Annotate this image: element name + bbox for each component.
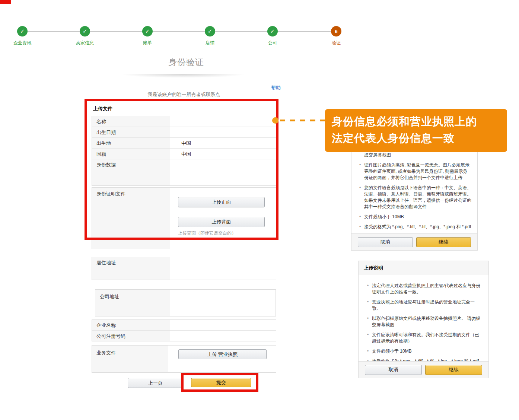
identity-data-value[interactable] xyxy=(170,159,276,185)
nationality-value[interactable]: 中国 xyxy=(170,149,276,159)
cancel-button[interactable]: 取消 xyxy=(365,365,422,375)
list-item: 营业执照上的地址应与注册时提供的营业地址完全一致。 xyxy=(372,299,483,312)
check-icon: ✓ xyxy=(80,26,90,36)
company-info-table: 企业名称 公司注册号码 xyxy=(92,319,276,341)
residence-address-table: 居住地址 xyxy=(92,257,276,280)
identity-doc-table: 身份证明文件 上传正面 上传背面 上传背面（即使它是空白的） xyxy=(92,187,276,249)
row-label: 出生日期 xyxy=(92,127,170,137)
continue-button[interactable]: 继续 xyxy=(416,237,471,247)
table-row-company-name: 企业名称 xyxy=(92,320,276,331)
owner-statement: 我是该账户的唯一所有者或联系点 xyxy=(92,91,276,98)
panel-top-shadow xyxy=(100,74,266,79)
upload-front-button[interactable]: 上传正面 xyxy=(178,197,265,207)
step-company-info[interactable]: ✓ 企业资讯 xyxy=(0,26,48,46)
corner-annotation-mark xyxy=(0,0,11,4)
list-item: 接受的格式为 *.png、*.tiff、*.tif、*.jpg、*.jpeg 和… xyxy=(364,224,471,230)
step-label: 卖家信息 xyxy=(59,40,111,46)
company-name-value[interactable] xyxy=(170,320,276,330)
upload-back-note: 上传背面（即使它是空白的） xyxy=(178,230,236,236)
check-icon: ✓ xyxy=(17,26,28,36)
help-link[interactable]: 帮助 xyxy=(271,85,281,91)
residence-value[interactable] xyxy=(170,257,276,280)
row-label: 出生地 xyxy=(92,138,170,148)
step-label: 企业资讯 xyxy=(0,40,48,46)
upload-business-license-button[interactable]: 上传 营业执照 xyxy=(178,349,267,359)
row-label: 身份数据 xyxy=(92,159,170,185)
birthplace-value[interactable]: 中国 xyxy=(170,138,276,148)
business-doc-table: 业务文件 上传 营业执照 xyxy=(92,345,276,373)
step-label: 店铺 xyxy=(184,40,236,46)
table-row-company-address: 公司地址 xyxy=(95,290,276,316)
list-item: 以彩色扫描原始文档或使用移动设备拍摄照片。 请勿提交屏幕截图 xyxy=(372,315,483,328)
callout-line1: 身份信息必须和营业执照上的 xyxy=(332,113,507,130)
doc-requirements-list: 以彩色扫描原始文档或使用移动设备拍摄照片， 请勿提交屏幕截图 证件图片必须为高清… xyxy=(364,146,471,230)
upload-instructions-list: 法定代理人姓名或营业执照上的主管/代表姓名应与身份证明文件上的姓名一致。 营业执… xyxy=(372,283,483,365)
identity-doc-label: 身份证明文件 xyxy=(96,191,125,197)
birthdate-value[interactable] xyxy=(170,127,276,137)
table-row-nationality: 国籍 中国 xyxy=(92,149,276,159)
table-row-residence: 居住地址 xyxy=(92,257,276,280)
step-billing[interactable]: ✓ 账单 xyxy=(121,26,173,46)
step-seller-info[interactable]: ✓ 卖家信息 xyxy=(59,26,111,46)
company-reg-value[interactable] xyxy=(170,331,276,341)
table-row-birthdate: 出生日期 xyxy=(92,127,276,138)
company-address-table: 公司地址 xyxy=(95,289,276,316)
callout-line2: 法定代表人身份信息一致 xyxy=(332,130,507,147)
callout-dashed-connector xyxy=(280,120,325,121)
step-verification[interactable]: 6 验证 xyxy=(310,26,362,46)
step-number-badge: 6 xyxy=(331,26,341,36)
list-item: 法定代理人姓名或营业执照上的主管/代表姓名应与身份证明文件上的姓名一致。 xyxy=(372,283,483,295)
table-row-identity-data: 身份数据 xyxy=(92,159,276,185)
check-icon: ✓ xyxy=(267,26,278,36)
row-label: 名称 xyxy=(92,116,170,127)
step-label: 公司 xyxy=(246,40,299,46)
previous-page-button[interactable]: 上一页 xyxy=(128,378,183,388)
check-icon: ✓ xyxy=(205,26,215,36)
table-row-birthplace: 出生地 中国 xyxy=(92,138,276,149)
row-label: 公司地址 xyxy=(95,290,170,316)
cancel-button[interactable]: 取消 xyxy=(358,237,413,247)
row-label: 企业名称 xyxy=(92,320,170,330)
callout-anchor-dot xyxy=(272,117,278,124)
step-label: 账单 xyxy=(121,40,173,46)
row-label: 公司注册号码 xyxy=(92,331,170,341)
list-item: 文件应该清晰可读和有效。我们不接受过期的文件（已超过标示的有效期） xyxy=(372,332,483,344)
panel-footer: 取消 继续 xyxy=(351,233,477,250)
identity-match-callout: 身份信息必须和营业执照上的 法定代表人身份信息一致 xyxy=(325,109,507,152)
submit-button[interactable]: 提交 xyxy=(191,378,251,387)
upload-files-header: 上传文件 xyxy=(93,105,112,112)
business-doc-label: 业务文件 xyxy=(96,350,116,356)
name-value[interactable] xyxy=(170,116,276,127)
row-label: 居住地址 xyxy=(92,257,170,280)
upload-instructions-panel: 上传说明 法定代理人姓名或营业执照上的主管/代表姓名应与身份证明文件上的姓名一致… xyxy=(358,261,489,378)
panel-body: 法定代理人姓名或营业执照上的主管/代表姓名应与身份证明文件上的姓名一致。 营业执… xyxy=(359,274,488,368)
step-company[interactable]: ✓ 公司 xyxy=(246,26,299,46)
list-item: 您的文件语言必须是以下语言中的一种：中文、英语、法语、德语、意大利语、日语、葡萄… xyxy=(364,185,471,210)
continue-button[interactable]: 继续 xyxy=(425,365,482,375)
upload-back-button[interactable]: 上传背面 xyxy=(178,217,265,227)
company-address-value[interactable] xyxy=(170,290,276,316)
table-row-company-reg: 公司注册号码 xyxy=(92,331,276,341)
upload-instructions-header: 上传说明 xyxy=(359,261,488,274)
table-row-name: 名称 xyxy=(92,116,276,127)
list-item: 文件必须小于 10MB xyxy=(372,348,483,354)
list-item: 文件必须小于 10MB xyxy=(364,214,471,220)
identity-info-table: 名称 出生日期 出生地 中国 国籍 中国 身份数据 xyxy=(92,116,276,186)
panel-footer: 取消 继续 xyxy=(359,361,488,378)
row-label: 国籍 xyxy=(92,149,170,159)
step-store[interactable]: ✓ 店铺 xyxy=(184,26,236,46)
identity-verification-page: ✓ 企业资讯 ✓ 卖家信息 ✓ 账单 ✓ 店铺 ✓ 公司 6 验证 身份验证 帮… xyxy=(0,0,519,420)
step-label: 验证 xyxy=(310,40,362,46)
page-title: 身份验证 xyxy=(86,57,287,68)
check-icon: ✓ xyxy=(142,26,153,36)
list-item: 证件图片必须为高清, 彩色且一览无余。图片必须展示完整的证件页面, 或者如果为居… xyxy=(364,162,471,181)
